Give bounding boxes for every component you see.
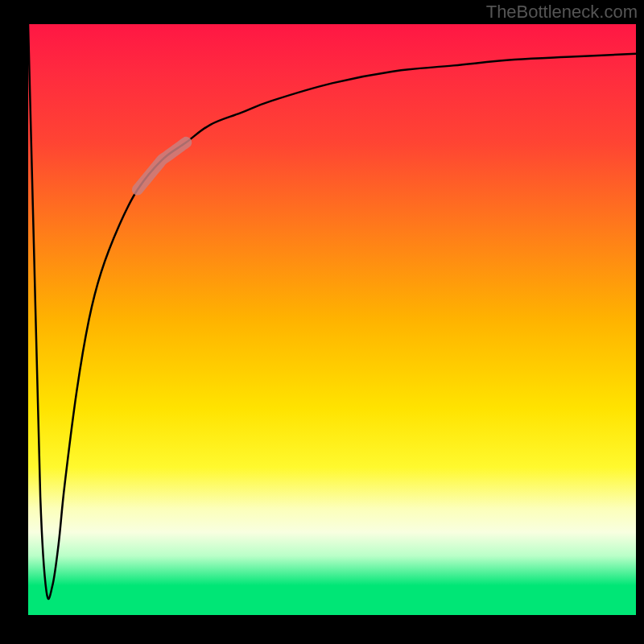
watermark-text: TheBottleneck.com xyxy=(486,2,638,23)
chart-container: TheBottleneck.com xyxy=(0,0,644,644)
bottleneck-curve xyxy=(28,24,636,599)
highlight-segment xyxy=(138,142,186,190)
curve-layer xyxy=(0,0,644,644)
